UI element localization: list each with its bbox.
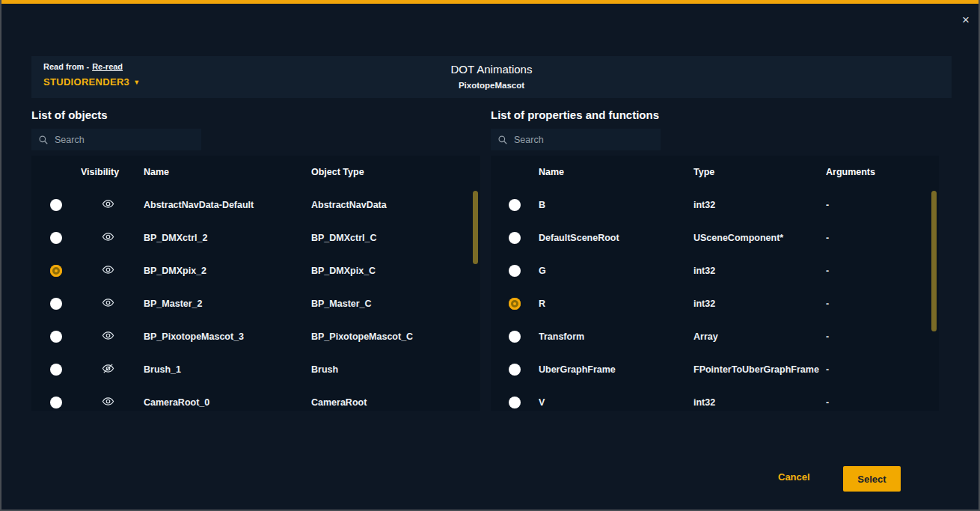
objects-scrollbar[interactable] <box>473 191 478 264</box>
properties-search-input[interactable] <box>514 135 654 145</box>
property-row[interactable]: Vint32- <box>491 386 939 411</box>
dot-animations-dialog: × Read from -Re-read STUDIORENDER3▼ DOT … <box>0 0 980 511</box>
property-type: int32 <box>693 299 826 309</box>
row-radio[interactable] <box>509 331 521 343</box>
visibility-off-icon[interactable] <box>102 362 114 375</box>
property-arguments: - <box>826 364 939 375</box>
row-radio[interactable] <box>509 364 521 376</box>
visibility-on-icon[interactable] <box>102 198 114 210</box>
object-name: BP_Master_2 <box>144 299 311 309</box>
property-name: Transform <box>539 331 693 342</box>
row-radio[interactable] <box>50 298 62 310</box>
source-dropdown[interactable]: STUDIORENDER3▼ <box>43 76 140 88</box>
object-type: BP_PixotopeMascot_C <box>311 331 480 342</box>
object-name: Brush_1 <box>144 364 311 375</box>
object-name: BP_DMXctrl_2 <box>144 233 311 243</box>
properties-table: Name Type Arguments Bint32-DefaultSceneR… <box>491 156 939 411</box>
search-icon <box>38 135 49 145</box>
property-arguments: - <box>826 299 939 309</box>
properties-table-header: Name Type Arguments <box>491 156 939 189</box>
search-icon <box>497 135 508 145</box>
row-radio[interactable] <box>50 397 62 409</box>
property-arguments: - <box>826 266 939 276</box>
visibility-on-icon[interactable] <box>102 263 114 276</box>
object-row[interactable]: BP_PixotopeMascot_3BP_PixotopeMascot_C <box>31 320 480 353</box>
property-name: DefaultSceneRoot <box>539 233 693 243</box>
property-row[interactable]: Gint32- <box>491 254 939 287</box>
objects-table: Visibility Name Object Type AbstractNavD… <box>31 156 480 411</box>
object-row[interactable]: CameraRoot_0CameraRoot <box>31 386 480 411</box>
object-type: BP_Master_C <box>311 299 480 309</box>
property-name: UberGraphFrame <box>539 364 693 375</box>
source-dropdown-label: STUDIORENDER3 <box>43 76 129 88</box>
column-header-type: Type <box>693 167 826 177</box>
chevron-down-icon: ▼ <box>133 79 140 86</box>
object-row[interactable]: AbstractNavData-DefaultAbstractNavData <box>31 189 480 221</box>
object-type: BP_DMXctrl_C <box>311 233 480 243</box>
select-button[interactable]: Select <box>843 466 901 492</box>
property-type: int32 <box>693 200 826 210</box>
object-type: AbstractNavData <box>311 200 480 210</box>
visibility-on-icon[interactable] <box>102 230 114 243</box>
property-arguments: - <box>826 200 939 210</box>
object-name: CameraRoot_0 <box>144 397 311 408</box>
column-header-visibility: Visibility <box>81 167 144 177</box>
property-row[interactable]: Bint32- <box>491 189 939 221</box>
property-type: FPointerToUberGraphFrame <box>693 364 826 375</box>
read-from-label: Read from - <box>43 62 89 71</box>
object-row[interactable]: BP_Master_2BP_Master_C <box>31 287 480 320</box>
property-name: R <box>539 299 693 309</box>
property-row[interactable]: TransformArray- <box>491 320 939 353</box>
property-type: USceneComponent* <box>693 233 826 243</box>
row-radio[interactable] <box>509 265 521 277</box>
property-arguments: - <box>826 397 939 408</box>
cancel-button[interactable]: Cancel <box>778 471 810 483</box>
row-radio[interactable] <box>509 199 521 211</box>
column-header-arguments: Arguments <box>826 167 939 177</box>
dialog-title: DOT Animations <box>31 63 952 76</box>
property-arguments: - <box>826 331 939 342</box>
visibility-on-icon[interactable] <box>102 296 114 309</box>
row-radio[interactable] <box>50 232 62 244</box>
properties-search[interactable] <box>491 129 661 150</box>
row-radio[interactable] <box>50 265 62 277</box>
property-type: int32 <box>693 397 826 408</box>
reread-link[interactable]: Re-read <box>92 62 123 71</box>
objects-search[interactable] <box>31 129 201 150</box>
top-accent-bar <box>1 0 979 4</box>
column-header-object-type: Object Type <box>311 167 480 177</box>
object-type: Brush <box>311 364 480 375</box>
object-row[interactable]: BP_DMXctrl_2BP_DMXctrl_C <box>31 221 480 254</box>
property-type: int32 <box>693 266 826 276</box>
row-radio[interactable] <box>509 397 521 409</box>
property-name: V <box>539 397 693 408</box>
object-row[interactable]: Brush_1Brush <box>31 353 480 386</box>
object-type: CameraRoot <box>311 397 480 408</box>
object-name: AbstractNavData-Default <box>144 200 311 210</box>
row-radio[interactable] <box>50 331 62 343</box>
column-header-name: Name <box>144 167 311 177</box>
properties-panel-title: List of properties and functions <box>491 108 659 121</box>
visibility-on-icon[interactable] <box>102 329 114 342</box>
property-row[interactable]: UberGraphFrameFPointerToUberGraphFrame- <box>491 353 939 386</box>
object-type: BP_DMXpix_C <box>311 266 480 276</box>
objects-table-header: Visibility Name Object Type <box>31 156 480 189</box>
column-header-name: Name <box>539 167 693 177</box>
property-row[interactable]: Rint32- <box>491 287 939 320</box>
properties-scrollbar[interactable] <box>931 191 937 331</box>
property-name: G <box>539 266 693 276</box>
property-row[interactable]: DefaultSceneRootUSceneComponent*- <box>491 221 939 254</box>
object-row[interactable]: BP_DMXpix_2BP_DMXpix_C <box>31 254 480 287</box>
objects-search-input[interactable] <box>55 135 195 145</box>
visibility-on-icon[interactable] <box>102 395 114 408</box>
objects-panel-title: List of objects <box>31 108 108 121</box>
object-name: BP_DMXpix_2 <box>144 266 311 276</box>
row-radio[interactable] <box>509 232 521 244</box>
row-radio[interactable] <box>50 364 62 376</box>
row-radio[interactable] <box>509 298 521 310</box>
close-icon[interactable]: × <box>962 13 970 26</box>
property-name: B <box>539 200 693 210</box>
dialog-subtitle: PixotopeMascot <box>31 81 952 90</box>
dialog-header: Read from -Re-read STUDIORENDER3▼ DOT An… <box>31 56 952 98</box>
row-radio[interactable] <box>50 199 62 211</box>
